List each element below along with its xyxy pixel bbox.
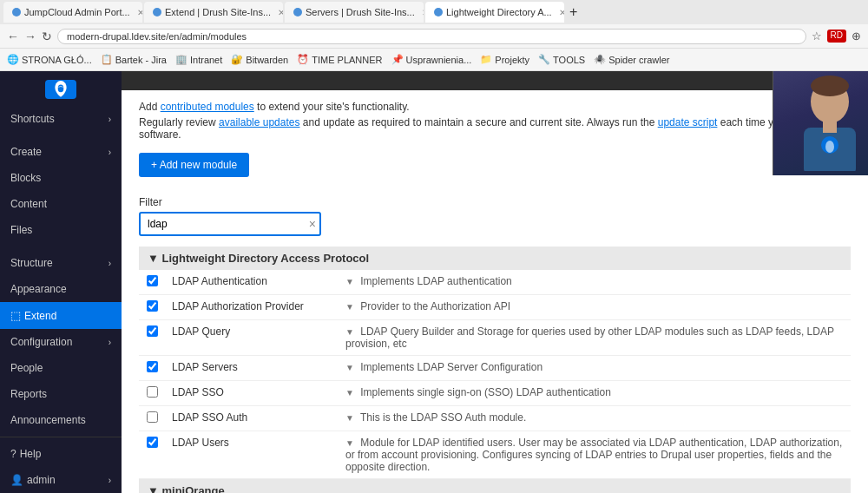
- bookmark-label-9: Spider crawler: [608, 55, 669, 65]
- checkbox-ldap-servers[interactable]: [147, 361, 158, 372]
- module-desc-text-ldap-servers: Implements LDAP Server Configuration: [360, 361, 542, 373]
- sidebar-item-extend[interactable]: ⬚ Extend: [0, 302, 122, 329]
- module-row-ldap-sso: LDAP SSO ▼ Implements single sign-on (SS…: [139, 381, 851, 406]
- section-header-ldap[interactable]: ▼ Lightweight Directory Access Protocol: [139, 246, 851, 270]
- browser-tab-1[interactable]: JumpCloud Admin Port... ✕: [3, 2, 142, 23]
- sidebar-item-admin[interactable]: 👤 admin ›: [0, 467, 122, 493]
- checkbox-ldap-sso-auth[interactable]: [147, 411, 158, 423]
- module-desc-text-ldap-auth-provider: Provider to the Authorization API: [360, 300, 510, 312]
- page-content-area: Add contributed modules to extend your s…: [122, 90, 868, 493]
- chevron-icon-structure: ›: [108, 259, 111, 268]
- main-content: Add contributed modules to extend your s…: [122, 71, 868, 493]
- bookmark-1[interactable]: 🌐 STRONA GŁÓ...: [7, 54, 92, 65]
- sidebar-label-admin: admin: [27, 474, 108, 486]
- tab-close-2[interactable]: ✕: [278, 8, 283, 17]
- bookmark-icon-3: 🏢: [175, 54, 187, 65]
- checkbox-ldap-sso[interactable]: [147, 386, 158, 398]
- svg-point-2: [811, 76, 849, 96]
- checkbox-cell-ldap-sso[interactable]: [139, 381, 165, 406]
- available-updates-link[interactable]: available updates: [219, 116, 299, 128]
- drupal-logo[interactable]: [45, 80, 76, 99]
- sidebar-item-configuration[interactable]: Configuration ›: [0, 329, 122, 355]
- sidebar-item-files[interactable]: Files: [0, 217, 122, 243]
- module-desc-text-ldap-users: Module for LDAP identified users. User m…: [345, 437, 842, 473]
- bookmark-4[interactable]: 🔐 Bitwarden: [231, 54, 288, 65]
- info-line-1: Add contributed modules to extend your s…: [139, 101, 851, 113]
- sidebar-item-content[interactable]: Content: [0, 191, 122, 217]
- new-tab-button[interactable]: +: [569, 4, 577, 20]
- sidebar-item-announcements[interactable]: Announcements: [0, 407, 122, 433]
- checkbox-cell-ldap-users[interactable]: [139, 431, 165, 479]
- contributed-modules-link[interactable]: contributed modules: [161, 101, 254, 113]
- browser-tab-4[interactable]: Lightweight Directory A... ✕: [425, 2, 564, 23]
- filter-input[interactable]: [139, 212, 321, 236]
- bookmark-3[interactable]: 🏢 Intranet: [175, 54, 222, 65]
- bookmark-9[interactable]: 🕷️ Spider crawler: [594, 54, 669, 65]
- checkbox-cell-ldap-servers[interactable]: [139, 356, 165, 381]
- module-desc-text-ldap-auth: Implements LDAP authentication: [360, 275, 512, 287]
- svg-point-6: [825, 141, 834, 153]
- bookmark-6[interactable]: 📌 Usprawnienia...: [391, 54, 472, 65]
- expand-icon-ldap-query[interactable]: ▼: [345, 327, 354, 337]
- back-button[interactable]: ←: [7, 30, 19, 43]
- module-row-ldap-auth-provider: LDAP Authorization Provider ▼ Provider t…: [139, 295, 851, 320]
- module-desc-text-ldap-sso: Implements single sign-on (SSO) LDAP aut…: [360, 386, 611, 398]
- sidebar-item-blocks[interactable]: Blocks: [0, 165, 122, 191]
- checkbox-ldap-auth[interactable]: [147, 275, 158, 286]
- sidebar-item-structure[interactable]: Structure ›: [0, 250, 122, 276]
- sidebar-item-people[interactable]: People: [0, 355, 122, 381]
- expand-icon-ldap-servers[interactable]: ▼: [345, 363, 354, 372]
- checkbox-cell-ldap-auth[interactable]: [139, 270, 165, 295]
- section-header-miniorange[interactable]: ▼ miniOrange: [139, 479, 851, 494]
- sidebar-bottom: ? Help 👤 admin › ◁: [0, 433, 122, 493]
- module-name-ldap-auth-provider: LDAP Authorization Provider: [165, 295, 339, 320]
- update-script-link[interactable]: update script: [658, 116, 718, 128]
- sidebar-item-create[interactable]: Create ›: [0, 139, 122, 165]
- checkbox-cell-ldap-sso-auth[interactable]: [139, 406, 165, 431]
- bookmark-label-6: Usprawnienia...: [406, 55, 472, 65]
- chevron-icon-create: ›: [108, 148, 111, 157]
- sidebar-item-shortcuts[interactable]: Shortcuts ›: [0, 106, 122, 132]
- extension-icon-2[interactable]: ⊕: [852, 30, 861, 43]
- extension-icon-1[interactable]: RD: [827, 30, 846, 43]
- bookmark-label-7: Projekty: [495, 55, 529, 65]
- browser-tab-3[interactable]: Servers | Drush Site-Ins... ✕: [285, 2, 424, 23]
- expand-icon-ldap-users[interactable]: ▼: [345, 438, 354, 448]
- tab-close-3[interactable]: ✕: [422, 8, 424, 17]
- filter-clear-button[interactable]: ×: [309, 217, 316, 231]
- sidebar-item-appearance[interactable]: Appearance: [0, 276, 122, 302]
- reload-button[interactable]: ↻: [42, 30, 52, 43]
- expand-icon-ldap-sso-auth[interactable]: ▼: [345, 413, 354, 423]
- checkbox-ldap-auth-provider[interactable]: [147, 300, 158, 312]
- url-input[interactable]: modern-drupal.ldev.site/en/admin/modules: [57, 29, 806, 44]
- bookmark-star-icon[interactable]: ☆: [812, 30, 822, 43]
- section-title-miniorange: miniOrange: [162, 484, 225, 493]
- checkbox-ldap-users[interactable]: [147, 437, 158, 448]
- sidebar-item-help[interactable]: ? Help: [0, 441, 122, 467]
- sidebar-item-reports[interactable]: Reports: [0, 381, 122, 407]
- checkbox-cell-ldap-auth-provider[interactable]: [139, 295, 165, 320]
- checkbox-ldap-query[interactable]: [147, 325, 158, 337]
- expand-icon-ldap-auth[interactable]: ▼: [345, 277, 354, 286]
- add-new-module-button[interactable]: + Add new module: [139, 153, 249, 177]
- module-name-ldap-users: LDAP Users: [165, 431, 339, 479]
- modules-table: ▼ Lightweight Directory Access Protocol …: [139, 246, 851, 493]
- tab-favicon-3: [293, 8, 302, 16]
- module-name-ldap-servers: LDAP Servers: [165, 356, 339, 381]
- module-desc-text-ldap-query: LDAP Query Builder and Storage for queri…: [345, 325, 834, 350]
- browser-tab-2[interactable]: Extend | Drush Site-Ins... ✕: [144, 2, 283, 23]
- checkbox-cell-ldap-query[interactable]: [139, 320, 165, 356]
- forward-button[interactable]: →: [24, 30, 36, 43]
- section-collapse-icon-ldap: ▼: [148, 252, 159, 265]
- browser-address-bar: ← → ↻ modern-drupal.ldev.site/en/admin/m…: [0, 24, 868, 49]
- expand-icon-ldap-auth-provider[interactable]: ▼: [345, 302, 354, 312]
- bookmark-2[interactable]: 📋 Bartek - Jira: [101, 54, 167, 65]
- tab-close-1[interactable]: ✕: [137, 8, 142, 17]
- tab-close-4[interactable]: ✕: [559, 8, 564, 17]
- expand-icon-ldap-sso[interactable]: ▼: [345, 388, 354, 398]
- svg-point-0: [58, 85, 64, 93]
- bookmark-5[interactable]: ⏰ TIME PLANNER: [297, 54, 382, 65]
- sidebar: Shortcuts › Create › Blocks Content File…: [0, 71, 122, 493]
- bookmark-7[interactable]: 📁 Projekty: [480, 54, 529, 65]
- bookmark-8[interactable]: 🔧 TOOLS: [538, 54, 585, 65]
